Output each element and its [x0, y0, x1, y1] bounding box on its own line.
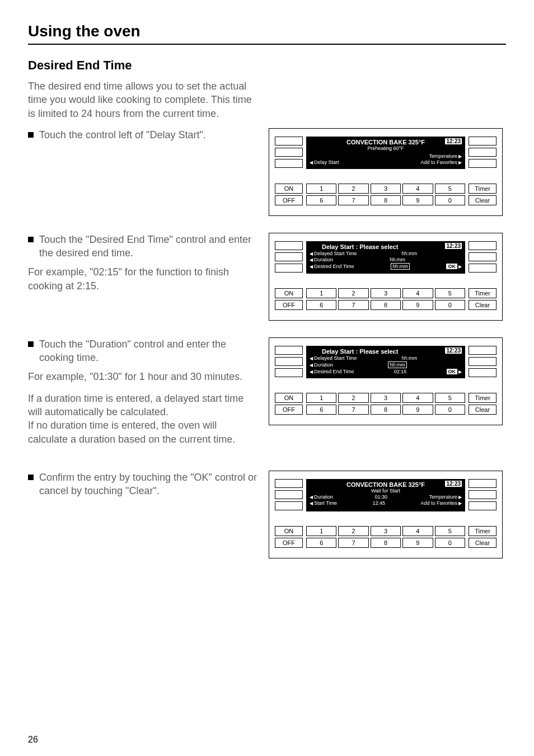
mode-title: CONVECTION BAKE 325°F	[310, 481, 462, 488]
key-4[interactable]: 4	[402, 393, 433, 403]
clear-button[interactable]: Clear	[469, 538, 496, 548]
temperature-option: Temperature	[429, 153, 462, 159]
key-6[interactable]: 6	[306, 300, 336, 310]
right-slot[interactable]	[469, 264, 496, 273]
key-0[interactable]: 0	[435, 195, 465, 205]
display-screen: 12:23 CONVECTION BAKE 325°F Wait for Sta…	[306, 479, 465, 511]
right-slot[interactable]	[469, 357, 496, 366]
left-slot[interactable]	[275, 159, 303, 168]
left-slot[interactable]	[275, 490, 303, 499]
key-3[interactable]: 3	[371, 288, 401, 298]
mode-subtitle: Wait for Start	[310, 488, 462, 494]
left-slot[interactable]	[275, 501, 303, 510]
key-1[interactable]: 1	[306, 526, 336, 536]
key-2[interactable]: 2	[338, 526, 368, 536]
right-slot[interactable]	[469, 137, 496, 145]
left-slot[interactable]	[275, 346, 303, 355]
left-slot[interactable]	[275, 241, 303, 250]
temperature-option: Temperature	[429, 494, 462, 500]
duration-label: Duration	[310, 257, 333, 262]
key-1[interactable]: 1	[306, 288, 336, 298]
right-slot[interactable]	[469, 501, 496, 510]
key-7[interactable]: 7	[338, 538, 368, 548]
clear-button[interactable]: Clear	[469, 195, 496, 205]
key-2[interactable]: 2	[338, 393, 368, 403]
delayed-start-label: Delayed Start Time	[310, 355, 357, 361]
right-slot[interactable]	[469, 252, 496, 261]
on-button[interactable]: ON	[275, 526, 303, 536]
key-2[interactable]: 2	[338, 288, 368, 298]
square-bullet-icon	[28, 341, 34, 347]
key-4[interactable]: 4	[402, 184, 433, 194]
timer-button[interactable]: Timer	[469, 393, 496, 403]
right-slot[interactable]	[469, 241, 496, 250]
left-slot[interactable]	[275, 148, 303, 157]
page-number: 26	[28, 735, 38, 745]
key-5[interactable]: 5	[435, 393, 465, 403]
clear-button[interactable]: Clear	[469, 300, 496, 310]
key-8[interactable]: 8	[371, 300, 401, 310]
key-9[interactable]: 9	[402, 405, 433, 415]
on-button[interactable]: ON	[275, 393, 303, 403]
key-5[interactable]: 5	[435, 288, 465, 298]
key-5[interactable]: 5	[435, 184, 465, 194]
key-0[interactable]: 0	[435, 538, 465, 548]
key-3[interactable]: 3	[371, 184, 401, 194]
key-2[interactable]: 2	[338, 184, 368, 194]
key-4[interactable]: 4	[402, 288, 433, 298]
on-button[interactable]: ON	[275, 288, 303, 298]
left-slot[interactable]	[275, 357, 303, 366]
key-8[interactable]: 8	[371, 538, 401, 548]
key-7[interactable]: 7	[338, 300, 368, 310]
off-button[interactable]: OFF	[275, 538, 303, 548]
key-9[interactable]: 9	[402, 195, 433, 205]
key-5[interactable]: 5	[435, 526, 465, 536]
section-title: Desired End Time	[28, 58, 506, 73]
key-6[interactable]: 6	[306, 538, 336, 548]
right-slot[interactable]	[469, 346, 496, 355]
mode-subtitle: Preheating 60°F	[310, 145, 462, 151]
key-9[interactable]: 9	[402, 300, 433, 310]
key-4[interactable]: 4	[402, 526, 433, 536]
key-3[interactable]: 3	[371, 393, 401, 403]
off-button[interactable]: OFF	[275, 405, 303, 415]
key-1[interactable]: 1	[306, 393, 336, 403]
on-button[interactable]: ON	[275, 184, 303, 194]
mode-title: Delay Start : Please select	[310, 243, 462, 250]
key-6[interactable]: 6	[306, 405, 336, 415]
clear-button[interactable]: Clear	[469, 405, 496, 415]
key-6[interactable]: 6	[306, 195, 336, 205]
duration-value: hh:mm	[390, 257, 405, 262]
key-7[interactable]: 7	[338, 405, 368, 415]
off-button[interactable]: OFF	[275, 300, 303, 310]
key-3[interactable]: 3	[371, 526, 401, 536]
right-slot[interactable]	[469, 479, 496, 488]
key-8[interactable]: 8	[371, 405, 401, 415]
number-pad: 1 2 3 4 5 6 7 8 9 0	[306, 393, 465, 415]
key-0[interactable]: 0	[435, 405, 465, 415]
duration-label: Duration	[310, 494, 333, 500]
panel-2: 12:23 Delay Start : Please select Delaye…	[269, 233, 503, 321]
mode-title: CONVECTION BAKE 325°F	[310, 139, 462, 145]
right-slot[interactable]	[469, 159, 496, 168]
left-slot[interactable]	[275, 479, 303, 488]
clock-time: 12:23	[445, 138, 462, 144]
off-button[interactable]: OFF	[275, 195, 303, 205]
desired-end-value: hh:mm	[391, 263, 410, 270]
timer-button[interactable]: Timer	[469, 526, 496, 536]
left-slot[interactable]	[275, 252, 303, 261]
left-slot[interactable]	[275, 137, 303, 145]
left-slot[interactable]	[275, 264, 303, 273]
key-0[interactable]: 0	[435, 300, 465, 310]
key-1[interactable]: 1	[306, 184, 336, 194]
timer-button[interactable]: Timer	[469, 184, 496, 194]
key-7[interactable]: 7	[338, 195, 368, 205]
right-slot[interactable]	[469, 490, 496, 499]
right-slot[interactable]	[469, 368, 496, 377]
key-8[interactable]: 8	[371, 195, 401, 205]
right-slot[interactable]	[469, 148, 496, 157]
timer-button[interactable]: Timer	[469, 288, 496, 298]
key-9[interactable]: 9	[402, 538, 433, 548]
left-slot[interactable]	[275, 368, 303, 377]
duration-value: 01:30	[374, 494, 387, 500]
